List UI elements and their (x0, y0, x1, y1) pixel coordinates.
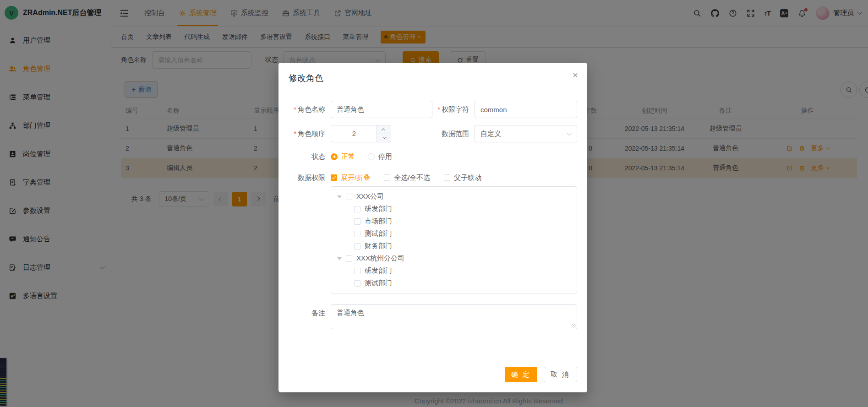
role-order-stepper[interactable]: 2 (331, 125, 391, 142)
remark-textarea[interactable]: 普通角色 (331, 304, 577, 329)
data-perm-label: 数据权限 (289, 173, 331, 182)
perm-string-label: *权限字符 (432, 101, 475, 118)
checkbox-icon[interactable] (354, 218, 360, 225)
dialog-footer: 确 定 取 消 (505, 367, 577, 382)
checkbox-expand-collapse[interactable]: 展开/折叠 (331, 174, 370, 182)
stepper-decrease-button[interactable] (377, 134, 391, 142)
checkbox-label: 父子联动 (454, 174, 481, 182)
radio-icon (331, 153, 338, 160)
tree-node-dept[interactable]: 财务部门 (331, 240, 577, 252)
dialog-body: *角色名称 *权限字符 *角色顺序 2 (278, 84, 587, 329)
role-name-label: *角色名称 (289, 101, 331, 118)
checkbox-icon[interactable] (354, 206, 360, 212)
tree-node-label: 测试部门 (365, 279, 392, 288)
tree-node-label: XXX公司 (356, 192, 384, 201)
edit-role-dialog: 修改角色 *角色名称 *权限字符 *角色顺序 2 (278, 63, 587, 392)
cancel-button[interactable]: 取 消 (544, 367, 577, 382)
checkbox-parent-child-link[interactable]: 父子联动 (444, 174, 481, 182)
role-order-label: *角色顺序 (289, 125, 331, 142)
status-radio-group: 正常 停用 (331, 152, 405, 161)
app-root: V ZRAdmin.NET后台管理 用户管理 角色管理 菜单管理 部门管理 (0, 0, 868, 407)
checkbox-icon (384, 174, 390, 181)
radio-icon (368, 153, 375, 160)
remark-label: 备注 (289, 304, 331, 329)
checkbox-icon[interactable] (354, 280, 360, 287)
status-label: 状态 (289, 152, 331, 161)
checkbox-label: 展开/折叠 (341, 174, 370, 182)
radio-label: 停用 (378, 152, 392, 161)
checkbox-icon (331, 174, 337, 181)
tree-node-label: 市场部门 (365, 217, 392, 226)
stepper-controls (377, 125, 391, 142)
tree-node-company[interactable]: XXX公司 (331, 190, 577, 203)
tree-node-label: 财务部门 (365, 242, 392, 250)
caret-down-icon[interactable] (337, 257, 342, 262)
tree-spacer-label (289, 186, 331, 293)
caret-down-icon[interactable] (337, 195, 342, 201)
tree-node-dept[interactable]: 测试部门 (331, 228, 577, 240)
tree-options-group: 展开/折叠 全选/全不选 父子联动 (331, 173, 495, 182)
radio-label: 正常 (341, 152, 355, 161)
tree-node-dept[interactable]: 市场部门 (331, 215, 577, 228)
dialog-title: 修改角色 (289, 73, 323, 83)
tree-node-dept[interactable]: 测试部门 (331, 277, 577, 289)
checkbox-icon[interactable] (354, 231, 360, 237)
stepper-increase-button[interactable] (377, 125, 391, 134)
required-asterisk: * (437, 105, 440, 113)
dialog-header: 修改角色 (278, 63, 587, 84)
radio-normal[interactable]: 正常 (331, 152, 355, 161)
checkbox-select-all[interactable]: 全选/全不选 (384, 174, 430, 182)
perm-string-input[interactable] (475, 101, 577, 118)
radio-disabled[interactable]: 停用 (368, 152, 392, 161)
data-scope-label: 数据范围 (432, 125, 475, 142)
close-icon[interactable] (573, 70, 578, 80)
required-asterisk: * (294, 105, 296, 113)
tree-node-dept[interactable]: 研发部门 (331, 203, 577, 215)
tree-node-dept[interactable]: 研发部门 (331, 265, 577, 277)
tree-node-label: 研发部门 (365, 205, 392, 213)
confirm-button[interactable]: 确 定 (505, 367, 537, 382)
checkbox-icon[interactable] (346, 255, 352, 262)
required-asterisk: * (294, 130, 296, 137)
data-scope-select[interactable]: 自定义 (475, 125, 577, 142)
role-name-input[interactable] (331, 101, 432, 118)
checkbox-icon (444, 174, 450, 181)
checkbox-icon[interactable] (354, 268, 360, 274)
chevron-up-icon (381, 128, 385, 132)
tree-node-label: 测试部门 (365, 229, 392, 238)
remark-value: 普通角色 (337, 309, 364, 316)
tree-node-branch-company[interactable]: XXX杭州分公司 (331, 252, 577, 265)
data-scope-value: 自定义 (480, 130, 501, 137)
checkbox-icon[interactable] (354, 243, 360, 250)
tree-node-label: 研发部门 (365, 266, 392, 275)
chevron-down-icon (382, 136, 386, 139)
tree-node-label: XXX杭州分公司 (356, 254, 404, 263)
dept-tree: XXX公司 研发部门 市场部门 测试部门 (331, 186, 577, 293)
checkbox-icon[interactable] (346, 194, 352, 200)
checkbox-label: 全选/全不选 (394, 174, 430, 182)
